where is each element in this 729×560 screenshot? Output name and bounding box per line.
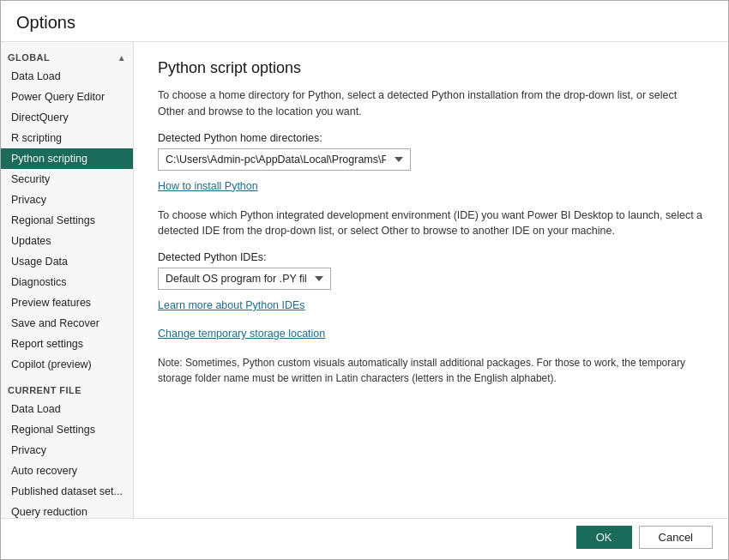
sidebar-item-direct-query[interactable]: DirectQuery bbox=[1, 107, 133, 128]
main-content: Python script options To choose a home d… bbox=[134, 42, 728, 518]
sidebar-item-power-query-editor[interactable]: Power Query Editor bbox=[1, 87, 133, 107]
sidebar-item-cf-privacy[interactable]: Privacy bbox=[1, 440, 133, 461]
home-dir-label: Detected Python home directories: bbox=[158, 132, 704, 144]
sidebar-item-updates[interactable]: Updates bbox=[1, 231, 133, 251]
sidebar-item-cf-regional-settings[interactable]: Regional Settings bbox=[1, 419, 133, 440]
install-python-link[interactable]: How to install Python bbox=[158, 180, 258, 192]
learn-more-link[interactable]: Learn more about Python IDEs bbox=[158, 299, 305, 311]
sidebar-item-cf-query-reduction[interactable]: Query reduction bbox=[1, 502, 133, 518]
ide-dropdown[interactable]: Default OS program for .PY files bbox=[158, 268, 331, 290]
current-file-section-header[interactable]: CURRENT FILE bbox=[1, 380, 133, 399]
content-title: Python script options bbox=[158, 59, 704, 77]
content-desc2: To choose which Python integrated develo… bbox=[158, 208, 704, 240]
dialog-body: GLOBAL ▲ Data Load Power Query Editor Di… bbox=[1, 42, 728, 518]
home-dir-dropdown[interactable]: C:\Users\Admin-pc\AppData\Local\Programs… bbox=[158, 148, 411, 171]
note-text: Note: Sometimes, Python custom visuals a… bbox=[158, 355, 704, 386]
dialog-footer: OK Cancel bbox=[1, 518, 728, 559]
options-dialog: Options GLOBAL ▲ Data Load Power Query E… bbox=[0, 0, 729, 560]
sidebar-item-report-settings[interactable]: Report settings bbox=[1, 334, 133, 354]
sidebar-item-usage-data[interactable]: Usage Data bbox=[1, 251, 133, 272]
sidebar-item-privacy[interactable]: Privacy bbox=[1, 190, 133, 210]
sidebar-item-regional-settings[interactable]: Regional Settings bbox=[1, 210, 133, 231]
sidebar-item-cf-published-dataset[interactable]: Published dataset set... bbox=[1, 481, 133, 502]
sidebar-item-preview-features[interactable]: Preview features bbox=[1, 292, 133, 313]
sidebar-item-r-scripting[interactable]: R scripting bbox=[1, 128, 133, 148]
sidebar-item-diagnostics[interactable]: Diagnostics bbox=[1, 272, 133, 292]
sidebar-item-data-load[interactable]: Data Load bbox=[1, 66, 133, 87]
sidebar-item-save-and-recover[interactable]: Save and Recover bbox=[1, 313, 133, 334]
global-section-header[interactable]: GLOBAL ▲ bbox=[1, 47, 133, 66]
ide-label: Detected Python IDEs: bbox=[158, 251, 704, 263]
dialog-title: Options bbox=[1, 1, 728, 42]
chevron-up-icon: ▲ bbox=[117, 53, 126, 63]
sidebar-item-cf-data-load[interactable]: Data Load bbox=[1, 399, 133, 419]
content-desc1: To choose a home directory for Python, s… bbox=[158, 87, 704, 120]
cancel-button[interactable]: Cancel bbox=[639, 526, 713, 549]
change-storage-link[interactable]: Change temporary storage location bbox=[158, 328, 325, 340]
sidebar-item-security[interactable]: Security bbox=[1, 169, 133, 190]
ok-button[interactable]: OK bbox=[576, 526, 632, 549]
sidebar-item-copilot-preview[interactable]: Copilot (preview) bbox=[1, 354, 133, 375]
sidebar-item-cf-auto-recovery[interactable]: Auto recovery bbox=[1, 461, 133, 481]
sidebar-item-python-scripting[interactable]: Python scripting bbox=[1, 148, 133, 169]
sidebar: GLOBAL ▲ Data Load Power Query Editor Di… bbox=[1, 42, 134, 518]
